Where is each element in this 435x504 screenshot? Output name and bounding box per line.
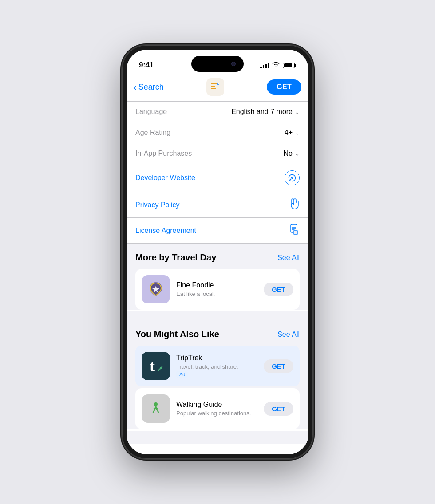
section-divider [127, 311, 308, 320]
language-label: Language [135, 108, 167, 116]
inapp-text: No [284, 150, 293, 158]
walking-guide-info: Walking Guide Popular walking destinatio… [176, 401, 257, 417]
you-might-header: You Might Also Like See All [135, 329, 300, 339]
phone-frame: 9:41 [122, 45, 313, 459]
svg-point-3 [217, 83, 219, 85]
svg-text:t: t [150, 357, 155, 375]
fine-foodie-get-button[interactable]: GET [264, 283, 293, 296]
more-by-header: More by Travel Day See All [135, 252, 300, 263]
inapp-chevron-icon: ⌄ [295, 150, 300, 157]
more-by-section: More by Travel Day See All Fine Foodie E… [127, 244, 308, 310]
triptrek-row: t TripTrek Travel, track, and share. Ad … [135, 346, 300, 386]
language-text: English and 7 more [231, 108, 293, 116]
developer-website-label: Developer Website [135, 174, 195, 182]
get-button-main[interactable]: GET [267, 79, 301, 94]
language-chevron-icon: ⌄ [295, 109, 300, 115]
inapp-value: No ⌄ [284, 150, 300, 158]
app-icon-small [206, 78, 224, 96]
fine-foodie-desc: Eat like a local. [176, 291, 257, 297]
age-rating-chevron-icon: ⌄ [295, 130, 300, 136]
walking-guide-name: Walking Guide [176, 401, 257, 409]
status-time: 9:41 [139, 61, 154, 70]
license-agreement-row[interactable]: License Agreement [127, 218, 308, 244]
triptrek-info: TripTrek Travel, track, and share. Ad [176, 354, 257, 378]
status-icons [260, 62, 296, 69]
walking-guide-desc: Popular walking destinations. [176, 410, 257, 417]
more-by-see-all[interactable]: See All [277, 254, 300, 262]
language-row[interactable]: Language English and 7 more ⌄ [127, 102, 308, 122]
battery-icon [283, 63, 296, 68]
triptrek-name: TripTrek [176, 354, 257, 362]
back-button[interactable]: ‹ Search [134, 83, 164, 92]
more-by-title: More by Travel Day [135, 252, 216, 263]
back-label: Search [138, 83, 164, 92]
license-agreement-label: License Agreement [135, 227, 196, 235]
bottom-spacer [127, 431, 308, 444]
svg-rect-2 [211, 88, 216, 89]
triptrek-get-button[interactable]: GET [264, 359, 293, 373]
compass-icon [285, 170, 300, 185]
privacy-policy-row[interactable]: Privacy Policy [127, 192, 308, 218]
signal-icon [260, 62, 269, 68]
back-chevron-icon: ‹ [134, 83, 137, 91]
ad-badge: Ad [176, 371, 188, 378]
svg-rect-0 [211, 83, 217, 84]
you-might-title: You Might Also Like [135, 329, 219, 339]
developer-website-row[interactable]: Developer Website [127, 164, 308, 192]
fine-foodie-icon [142, 275, 170, 303]
status-bar: 9:41 [127, 50, 308, 74]
navigation-bar: ‹ Search GET [127, 74, 308, 102]
wifi-icon [272, 62, 280, 69]
hand-icon [290, 198, 300, 211]
document-icon [290, 224, 300, 237]
triptrek-desc: Travel, track, and share. [176, 363, 257, 370]
svg-rect-8 [142, 352, 170, 380]
walking-guide-icon [142, 394, 170, 423]
svg-rect-7 [293, 231, 298, 234]
fine-foodie-row: Fine Foodie Eat like a local. GET [135, 269, 300, 310]
fine-foodie-info: Fine Foodie Eat like a local. [176, 281, 257, 297]
age-rating-row[interactable]: Age Rating 4+ ⌄ [127, 122, 308, 143]
dynamic-island [191, 56, 244, 72]
inapp-label: In-App Purchases [135, 150, 192, 158]
walking-guide-row: Walking Guide Popular walking destinatio… [135, 388, 300, 429]
language-value: English and 7 more ⌄ [231, 108, 300, 116]
content-area: Language English and 7 more ⌄ Age Rating… [127, 102, 308, 454]
triptrek-icon: t [142, 352, 170, 380]
age-rating-text: 4+ [285, 129, 293, 137]
phone-screen: 9:41 [127, 50, 308, 454]
walking-guide-get-button[interactable]: GET [264, 402, 293, 416]
you-might-section: You Might Also Like See All t [127, 320, 308, 429]
svg-rect-1 [211, 86, 215, 87]
age-rating-value: 4+ ⌄ [285, 129, 300, 137]
camera-indicator [231, 62, 236, 66]
fine-foodie-name: Fine Foodie [176, 281, 257, 289]
inapp-purchases-row[interactable]: In-App Purchases No ⌄ [127, 143, 308, 164]
privacy-policy-label: Privacy Policy [135, 201, 180, 209]
svg-point-5 [292, 177, 293, 178]
you-might-see-all[interactable]: See All [277, 331, 300, 339]
age-rating-label: Age Rating [135, 129, 170, 137]
